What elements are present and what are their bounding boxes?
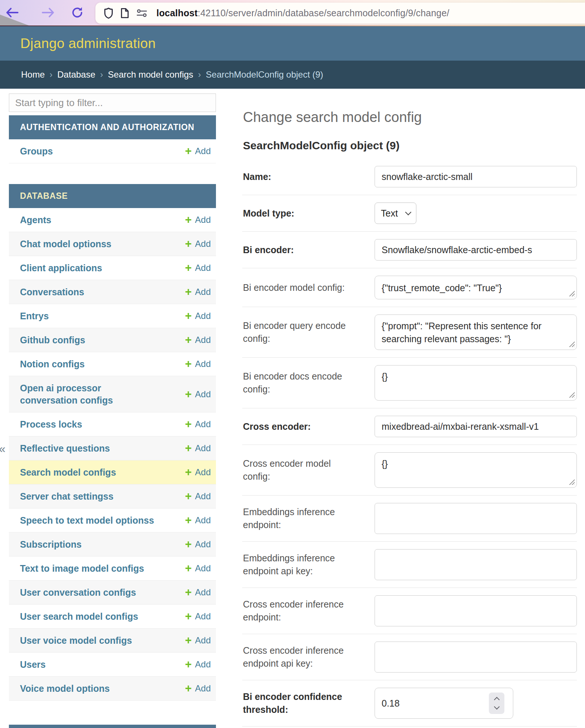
sidebar-collapse-toggle[interactable]: « xyxy=(0,442,6,456)
browser-reload-button[interactable] xyxy=(71,6,84,20)
sidebar-add-link[interactable]: +Add xyxy=(185,659,211,670)
sidebar-add-link[interactable]: +Add xyxy=(185,287,211,297)
sidebar-add-link[interactable]: +Add xyxy=(185,359,211,369)
page-info-icon[interactable] xyxy=(120,7,129,19)
chevron-down-icon xyxy=(405,209,412,215)
sidebar-model-link[interactable]: Open ai processor conversation configs xyxy=(20,382,125,406)
url-path: :42110/server/admin/database/searchmodel… xyxy=(198,8,450,18)
page-title: Change search model config xyxy=(243,109,577,125)
sidebar-model-link[interactable]: Agents xyxy=(20,214,51,226)
embeddings-inference-endpoint-input[interactable] xyxy=(375,503,577,534)
breadcrumb: Home › Database › Search model configs ›… xyxy=(0,61,585,89)
form-row-cross-encoder-inference-endpoint-api-key: Cross encoder inference endpoint api key… xyxy=(242,634,577,680)
sidebar-add-link[interactable]: +Add xyxy=(185,611,211,622)
sidebar-model-link[interactable]: Speech to text model optionss xyxy=(20,514,154,527)
sidebar-bottom-gap xyxy=(9,701,216,725)
cross-encoder-model-config-textarea[interactable] xyxy=(375,452,577,488)
stepper-down-icon[interactable] xyxy=(494,704,500,710)
permissions-toggles-icon[interactable] xyxy=(136,8,148,18)
sidebar-add-link[interactable]: +Add xyxy=(185,263,211,273)
sidebar-add-link[interactable]: +Add xyxy=(185,635,211,646)
browser-forward-button[interactable] xyxy=(41,7,55,19)
sidebar-add-link[interactable]: +Add xyxy=(185,467,211,477)
embeddings-inference-endpoint-api-key-label: Embeddings inference endpoint api key: xyxy=(242,552,375,578)
breadcrumb-database-link[interactable]: Database xyxy=(57,69,95,80)
plus-icon: + xyxy=(185,515,192,525)
sidebar-add-link[interactable]: +Add xyxy=(185,587,211,598)
sidebar-section-header[interactable]: DATABASE xyxy=(9,184,216,208)
bi-encoder-model-config-textarea[interactable] xyxy=(375,276,577,299)
form-row-cross-encoder-model-config: Cross encoder model config: xyxy=(242,445,577,496)
sidebar-add-link[interactable]: +Add xyxy=(185,311,211,321)
sidebar-add-link[interactable]: +Add xyxy=(185,389,211,399)
bi-encoder-docs-encode-config-textarea[interactable] xyxy=(375,365,577,401)
browser-back-button[interactable] xyxy=(5,7,19,19)
plus-icon: + xyxy=(185,443,192,453)
cross-encoder-inference-endpoint-api-key-input[interactable] xyxy=(375,642,577,673)
sidebar-add-link[interactable]: +Add xyxy=(185,539,211,550)
name-label: Name: xyxy=(242,170,375,183)
sidebar-model-link[interactable]: Notion configs xyxy=(20,358,85,370)
sidebar-model-link[interactable]: Search model configs xyxy=(20,466,116,479)
form-row-model-type: Model type:Text xyxy=(242,195,577,232)
sidebar-add-link[interactable]: +Add xyxy=(185,335,211,345)
sidebar-model-link[interactable]: User conversation configs xyxy=(20,586,136,599)
sidebar-add-link[interactable]: +Add xyxy=(185,239,211,249)
sidebar-model-link[interactable]: Entrys xyxy=(20,310,49,322)
model-type-selected-value: Text xyxy=(381,208,398,219)
sidebar-add-link[interactable]: +Add xyxy=(185,683,211,694)
sidebar-add-link[interactable]: +Add xyxy=(185,515,211,525)
sidebar-add-link[interactable]: +Add xyxy=(185,215,211,225)
sidebar-section-header[interactable]: AUTHENTICATION AND AUTHORIZATION xyxy=(9,115,216,139)
sidebar-model-link[interactable]: Client applications xyxy=(20,262,102,274)
sidebar-add-link[interactable]: +Add xyxy=(185,563,211,574)
breadcrumb-home-link[interactable]: Home xyxy=(21,69,45,80)
model-type-select[interactable]: Text xyxy=(375,203,416,224)
sidebar-add-link[interactable]: +Add xyxy=(185,443,211,453)
bi-encoder-input[interactable] xyxy=(375,239,577,261)
browser-toolbar: localhost:42110/server/admin/database/se… xyxy=(0,0,585,26)
sidebar-add-link[interactable]: +Add xyxy=(185,419,211,429)
plus-icon: + xyxy=(185,419,192,429)
sidebar-model-link[interactable]: Voice model options xyxy=(20,683,110,695)
plus-icon: + xyxy=(185,659,192,670)
cross-encoder-input[interactable] xyxy=(375,416,577,437)
bi-encoder-confidence-threshold-label: Bi encoder confidence threshold: xyxy=(242,690,375,716)
sidebar-model-link[interactable]: Text to image model configs xyxy=(20,562,144,575)
cross-encoder-inference-endpoint-api-key-label: Cross encoder inference endpoint api key… xyxy=(242,644,375,670)
sidebar-model-link[interactable]: Groups xyxy=(20,145,53,157)
sidebar-model-link[interactable]: Process locks xyxy=(20,418,82,431)
cross-encoder-inference-endpoint-input[interactable] xyxy=(375,595,577,626)
sidebar-model-link[interactable]: Reflective questions xyxy=(20,442,110,455)
sidebar-model-link[interactable]: Server chat settingss xyxy=(20,490,114,503)
site-title[interactable]: Django administration xyxy=(20,36,156,51)
plus-icon: + xyxy=(185,389,192,399)
main-content: Change search model config SearchModelCo… xyxy=(242,89,577,727)
bi-encoder-query-encode-config-textarea[interactable] xyxy=(375,314,577,350)
url-bar[interactable]: localhost:42110/server/admin/database/se… xyxy=(95,3,585,24)
sidebar-model-link[interactable]: Conversations xyxy=(20,286,84,298)
sidebar-model-row: Reflective questions +Add xyxy=(9,436,216,460)
sidebar-model-row: Subscriptions +Add xyxy=(9,533,216,557)
sidebar-model-link[interactable]: Chat model optionss xyxy=(20,238,111,250)
breadcrumb-search-model-configs-link[interactable]: Search model configs xyxy=(108,69,193,80)
sidebar-add-link[interactable]: +Add xyxy=(185,146,211,156)
sidebar-model-link[interactable]: Github configs xyxy=(20,334,85,346)
plus-icon: + xyxy=(185,263,192,273)
sidebar-model-link[interactable]: User search model configs xyxy=(20,610,138,623)
shield-icon[interactable] xyxy=(104,7,114,19)
embeddings-inference-endpoint-api-key-input[interactable] xyxy=(375,549,577,580)
name-input[interactable] xyxy=(375,166,577,187)
stepper-up-icon[interactable] xyxy=(494,697,500,703)
sidebar-model-link[interactable]: Subscriptions xyxy=(20,538,82,551)
form-row-cross-encoder: Cross encoder: xyxy=(242,408,577,445)
sidebar-model-link[interactable]: User voice model configs xyxy=(20,635,132,647)
bi-encoder-confidence-threshold-stepper[interactable] xyxy=(489,693,504,714)
back-arrow-icon xyxy=(5,7,19,18)
django-admin-header: Django administration xyxy=(0,26,585,61)
sidebar-model-link[interactable]: Users xyxy=(20,659,46,671)
sidebar-add-link[interactable]: +Add xyxy=(185,491,211,501)
plus-icon: + xyxy=(185,683,192,694)
breadcrumb-separator: › xyxy=(50,69,53,80)
sidebar-filter-input[interactable] xyxy=(9,93,216,112)
